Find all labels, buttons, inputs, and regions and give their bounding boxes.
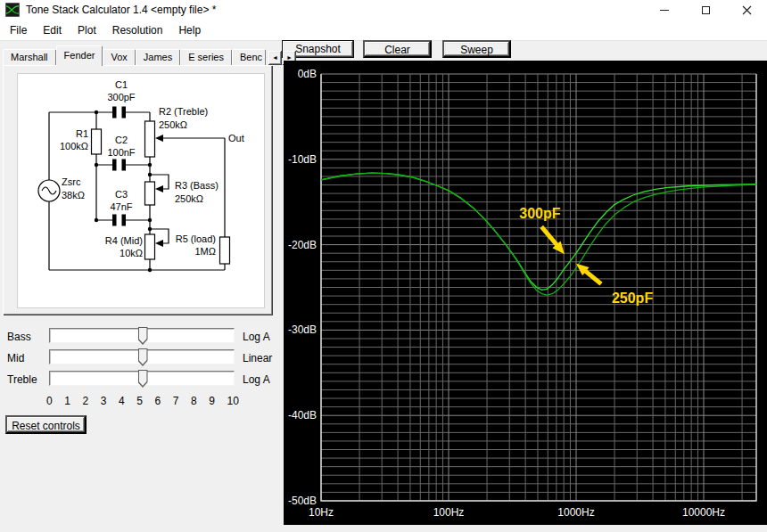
close-icon	[742, 5, 752, 15]
minimize-button[interactable]	[644, 0, 685, 20]
menu-edit[interactable]: Edit	[35, 20, 70, 40]
svg-text:0dB: 0dB	[298, 68, 317, 80]
window-title: Tone Stack Calculator 1.4 <empty file> *	[26, 4, 216, 16]
clear-button[interactable]: Clear	[363, 40, 432, 58]
scale-tick-6: 6	[155, 395, 161, 407]
minimize-icon	[660, 10, 669, 11]
bass-slider-label: Bass	[7, 331, 31, 343]
mid-taper-label: Linear	[243, 352, 272, 364]
r1-value-label: 100kΩ	[60, 141, 88, 151]
title-bar: Tone Stack Calculator 1.4 <empty file> *	[0, 0, 767, 20]
svg-text:-20dB: -20dB	[288, 239, 317, 251]
r3-name-label: R3 (Bass)	[175, 180, 219, 191]
r5-name-label: R5 (load)	[176, 233, 216, 244]
svg-text:-40dB: -40dB	[288, 409, 317, 422]
tab-james[interactable]: James	[136, 49, 180, 66]
tab-vox-label: Vox	[111, 52, 127, 62]
tab-marshall[interactable]: Marshall	[3, 49, 56, 66]
circuit-schematic: C1 300pF R2 (Treble) 250kΩ Out R1 100kΩ …	[17, 73, 265, 308]
close-button[interactable]	[726, 0, 767, 20]
arrow-left-icon: ◄	[272, 54, 278, 61]
window-controls	[644, 0, 767, 20]
bass-slider-row: Bass Log A	[0, 328, 276, 344]
fender-tone-stack-schematic: C1 300pF R2 (Treble) 250kΩ Out R1 100kΩ …	[18, 74, 264, 307]
zsrc-value-label: 38kΩ	[62, 190, 85, 201]
tab-marshall-label: Marshall	[11, 52, 48, 62]
scale-tick-1: 1	[64, 395, 70, 407]
r4-name-label: R4 (Mid)	[105, 235, 143, 246]
scale-tick-10: 10	[227, 395, 239, 407]
scale-tick-0: 0	[46, 395, 53, 407]
treble-slider-label: Treble	[7, 373, 37, 386]
svg-text:10000Hz: 10000Hz	[682, 506, 725, 519]
mid-slider-row: Mid Linear	[0, 349, 276, 365]
scale-tick-7: 7	[173, 395, 179, 407]
tab-bench-label: Benc	[240, 52, 262, 62]
out-label: Out	[228, 133, 244, 143]
c2-name-label: C2	[115, 135, 128, 145]
c1-name-label: C1	[115, 79, 128, 90]
tab-vox[interactable]: Vox	[103, 49, 135, 66]
svg-text:-30dB: -30dB	[288, 323, 317, 336]
svg-text:250pF: 250pF	[612, 291, 653, 306]
component-labels: C1 300pF R2 (Treble) 250kΩ Out R1 100kΩ …	[60, 79, 244, 258]
mid-slider-track[interactable]	[49, 349, 235, 364]
tab-scroll-left-button[interactable]: ◄	[268, 51, 282, 65]
reset-controls-button[interactable]: Reset controls	[5, 415, 87, 434]
fender-tab-panel: C1 300pF R2 (Treble) 250kΩ Out R1 100kΩ …	[3, 65, 273, 315]
menu-resolution[interactable]: Resolution	[104, 20, 171, 40]
treble-slider-track[interactable]	[49, 371, 235, 386]
svg-text:300pF: 300pF	[519, 206, 560, 221]
treble-slider-row: Treble Log A	[0, 371, 276, 387]
bass-slider-track[interactable]	[49, 328, 235, 343]
svg-text:1000Hz: 1000Hz	[557, 506, 594, 519]
maximize-button[interactable]	[685, 0, 726, 20]
tab-fender[interactable]: Fender	[56, 45, 103, 66]
tab-james-label: James	[144, 52, 172, 62]
tab-eseries-label: E series	[188, 52, 224, 62]
scale-tick-2: 2	[83, 395, 89, 407]
r5-value-label: 1MΩ	[194, 246, 216, 257]
plot-grid: 0dB-10dB-20dB-30dB-40dB-50dB10Hz100Hz100…	[288, 68, 756, 519]
scale-tick-4: 4	[119, 395, 125, 407]
tab-bench[interactable]: Benc	[232, 49, 266, 66]
zsrc-name-label: Zsrc	[62, 176, 81, 187]
mid-slider-label: Mid	[7, 352, 24, 364]
slider-scale: 0 1 2 3 4 5 6 7 8 9 10	[46, 395, 239, 407]
menu-file[interactable]: File	[2, 20, 35, 40]
treble-slider-thumb[interactable]	[138, 370, 148, 388]
plot-annotations: 300pF250pF	[519, 206, 653, 306]
svg-text:10Hz: 10Hz	[309, 506, 334, 519]
scale-tick-9: 9	[209, 395, 215, 407]
r2-value-label: 250kΩ	[159, 119, 187, 130]
bass-taper-label: Log A	[243, 331, 270, 343]
sweep-button[interactable]: Sweep	[442, 40, 511, 58]
menu-help[interactable]: Help	[170, 20, 209, 40]
c2-value-label: 100nF	[107, 147, 135, 158]
bass-slider-thumb[interactable]	[138, 327, 148, 345]
scale-tick-3: 3	[101, 395, 107, 407]
svg-text:-50dB: -50dB	[288, 495, 317, 507]
r3-value-label: 250kΩ	[175, 193, 203, 204]
source-zsrc	[38, 180, 60, 201]
treble-taper-label: Log A	[243, 373, 270, 386]
menu-plot[interactable]: Plot	[70, 20, 104, 40]
tone-stack-calculator-window: { "window": { "title": "Tone Stack Calcu…	[0, 0, 767, 532]
r2-name-label: R2 (Treble)	[159, 106, 208, 117]
c3-value-label: 47nF	[110, 201, 132, 212]
scale-tick-5: 5	[136, 395, 143, 407]
maximize-icon	[702, 6, 710, 14]
menu-bar: File Edit Plot Resolution Help	[0, 20, 767, 41]
r4-value-label: 10kΩ	[120, 248, 143, 258]
app-icon	[5, 3, 20, 17]
c1-value-label: 300pF	[107, 92, 135, 102]
svg-text:-10dB: -10dB	[288, 153, 317, 166]
potentiometer-wipers	[155, 135, 163, 247]
mid-slider-thumb[interactable]	[138, 348, 148, 366]
tab-fender-label: Fender	[64, 50, 95, 61]
arrow-right-icon: ►	[286, 54, 293, 61]
tab-eseries[interactable]: E series	[180, 49, 232, 66]
plot-canvas: 0dB-10dB-20dB-30dB-40dB-50dB10Hz100Hz100…	[284, 61, 767, 525]
svg-text:100Hz: 100Hz	[433, 506, 465, 519]
c3-name-label: C3	[115, 189, 128, 200]
